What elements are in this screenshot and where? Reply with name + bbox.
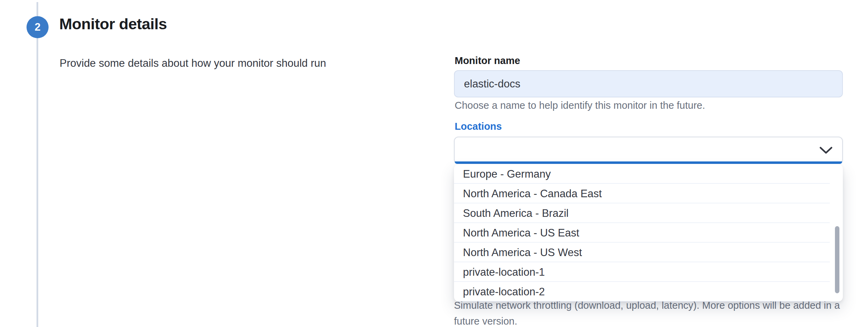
step-connector-line (37, 2, 38, 327)
location-option[interactable]: private-location-1 (454, 262, 843, 282)
monitor-details-step-screen: 2 Monitor details Provide some details a… (0, 0, 868, 327)
step-number-badge: 2 (27, 16, 49, 38)
locations-dropdown: Europe - Germany North America - Canada … (454, 164, 843, 302)
dropdown-scrollbar[interactable] (835, 226, 839, 293)
monitor-name-input[interactable] (454, 70, 843, 97)
throttling-help-text: Simulate network throttling (download, u… (454, 297, 854, 327)
chevron-down-icon[interactable] (819, 147, 833, 154)
page-title: Monitor details (59, 15, 167, 33)
location-option[interactable]: North America - Canada East (454, 184, 843, 203)
location-option[interactable]: private-location-2 (454, 282, 843, 302)
location-option[interactable]: South America - Brazil (454, 203, 843, 223)
location-option[interactable]: Europe - Germany (454, 164, 843, 184)
location-option[interactable]: North America - US East (454, 223, 843, 243)
focus-indicator (455, 161, 842, 164)
step-number: 2 (34, 21, 40, 33)
monitor-name-label: Monitor name (455, 55, 520, 66)
monitor-name-help-text: Choose a name to help identify this moni… (455, 100, 705, 111)
locations-label: Locations (455, 121, 502, 132)
location-option[interactable]: North America - US West (454, 243, 843, 262)
step-description: Provide some details about how your moni… (60, 57, 326, 70)
locations-combobox[interactable] (454, 137, 843, 164)
